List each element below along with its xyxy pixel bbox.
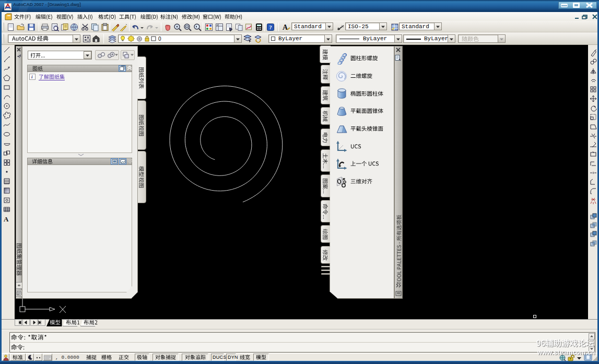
- svg-text:?: ?: [269, 24, 272, 30]
- svg-text:A: A: [283, 24, 288, 31]
